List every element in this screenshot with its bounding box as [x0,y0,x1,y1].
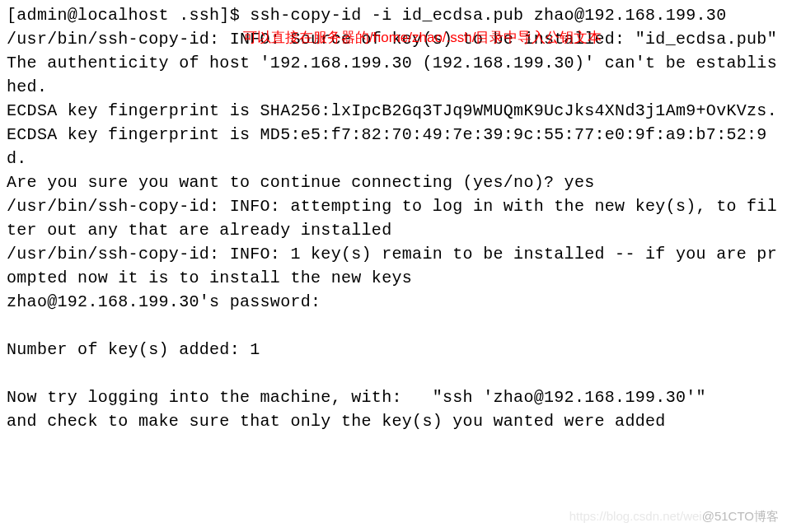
annotation-text: 可以直接在服务器的/home/zhao/.ssh/目录中导入公钥文本 [243,28,602,49]
output-line: /usr/bin/ssh-copy-id: INFO: attempting t… [7,197,777,240]
output-line: The authenticity of host '192.168.199.30… [7,54,777,96]
shell-prompt: [admin@localhost .ssh]$ [7,6,250,25]
command-input[interactable]: ssh-copy-id -i id_ecdsa.pub zhao@192.168… [250,6,726,25]
output-line: zhao@192.168.199.30's password: [7,292,331,311]
output-line: Number of key(s) added: 1 [7,340,260,359]
watermark-brand: @51CTO博客 [702,509,779,523]
watermark: https://blog.csdn.net/wei@51CTO博客 [569,507,779,525]
output-line: /usr/bin/ssh-copy-id: INFO: 1 key(s) rem… [7,245,777,287]
output-line: ECDSA key fingerprint is SHA256:lxIpcB2G… [7,101,777,120]
output-line: Now try logging into the machine, with: … [7,388,706,407]
output-line: Are you sure you want to continue connec… [7,173,595,192]
watermark-url: https://blog.csdn.net/wei [569,509,702,523]
output-line: ECDSA key fingerprint is MD5:e5:f7:82:70… [7,125,767,168]
terminal-output: [admin@localhost .ssh]$ ssh-copy-id -i i… [7,3,780,433]
output-line: and check to make sure that only the key… [7,412,666,431]
